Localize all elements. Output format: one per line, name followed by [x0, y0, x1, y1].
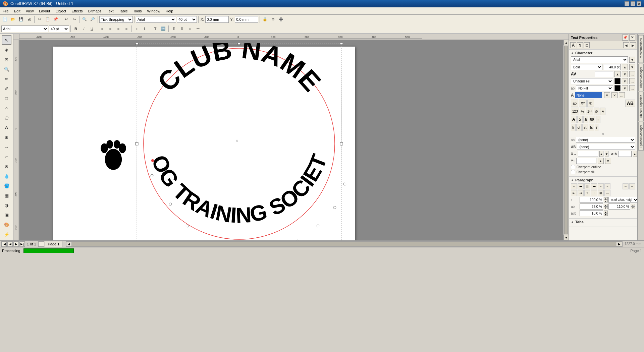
circle-text-button[interactable]: ○ [186, 25, 194, 33]
overprint-fill-check[interactable] [571, 170, 575, 174]
av-down[interactable]: ▼ [622, 71, 628, 77]
menu-layout[interactable]: Layout [36, 8, 53, 14]
typo-ab-btn[interactable]: ab [571, 100, 578, 107]
scroll-thumb-h[interactable] [72, 242, 616, 246]
align-none-btn[interactable]: ≡ [571, 183, 577, 189]
align-justify-btn[interactable]: ≡ [598, 183, 604, 189]
outline-color-swatch[interactable] [614, 85, 621, 91]
frame-icon-btn[interactable]: ⊡ [584, 42, 590, 48]
open-button[interactable]: 📂 [9, 16, 17, 23]
text-options-button[interactable]: 🔤 [160, 25, 167, 33]
menu-view[interactable]: View [23, 8, 37, 14]
smart-draw-tool[interactable]: ✐ [2, 84, 11, 93]
character-arrow[interactable]: ▲ [571, 51, 574, 55]
menu-effects[interactable]: Effects [69, 8, 85, 14]
menu-edit[interactable]: Edit [11, 8, 23, 14]
before-para-input[interactable] [580, 203, 603, 210]
text-frame-button[interactable]: T [152, 25, 159, 33]
tab-object-properties[interactable]: Object Properties [638, 92, 644, 121]
panel-font-style[interactable]: Bold [571, 64, 602, 70]
fill-tool[interactable]: 🪣 [2, 181, 11, 190]
typo-null-btn[interactable]: ∅ [594, 108, 599, 115]
scroll-up-button[interactable]: ▲ [564, 40, 569, 45]
blend-tool[interactable]: ⊗ [2, 162, 11, 171]
line-spacing-pct-up[interactable]: ▲ [631, 204, 635, 207]
snap-dropdown[interactable]: Tick Snapping [99, 16, 133, 23]
add-page-button[interactable]: + [38, 241, 44, 247]
page-tab-1[interactable]: Page 1 [45, 241, 63, 247]
outline-color-arrow[interactable]: ▼ [622, 85, 628, 91]
numbered-button[interactable]: 1. [141, 25, 149, 33]
uniform-fill-select[interactable]: Uniform Fill [571, 78, 613, 84]
scrollbar-vertical[interactable]: ▲ ▼ [563, 40, 569, 240]
panel-close-button[interactable]: ✕ [629, 35, 635, 41]
tab-transformations[interactable]: Transformations [638, 35, 644, 63]
collapse-panel-btn[interactable]: ◀ [623, 42, 629, 48]
x-pos-down[interactable]: ▼ [605, 151, 609, 157]
text-font-family[interactable]: Arial [1, 25, 48, 32]
av-up[interactable]: ▲ [614, 71, 621, 77]
ab-pos-input[interactable] [618, 151, 632, 157]
color-bg-tool[interactable]: 🎨 [2, 220, 11, 229]
canvas-wrapper[interactable]: -600 -500 -400 -300 -200 -100 0 100 200 … [13, 34, 569, 240]
connector-tool[interactable]: ⌐ [2, 152, 11, 161]
typo-fi-btn[interactable]: fi [571, 124, 576, 131]
menu-table[interactable]: Table [116, 8, 130, 14]
close-button[interactable]: ✕ [637, 1, 641, 6]
align-justify-button[interactable]: ≡ [123, 25, 130, 33]
space-after-btn[interactable]: ⊥ [591, 190, 597, 196]
ab-pos-up[interactable]: ▲ [633, 151, 637, 157]
typo-ct-btn[interactable]: ct [576, 124, 582, 131]
zoom-out-button[interactable]: 🔎 [89, 16, 96, 23]
italic-button[interactable]: I [80, 25, 88, 33]
typo-A-caps-btn[interactable]: A [571, 116, 577, 123]
line-spacing-pct-input[interactable] [608, 203, 630, 210]
print-button[interactable]: 🖨 [25, 16, 33, 23]
fill-options[interactable]: … [629, 78, 635, 84]
canvas-content[interactable]: CLUB NAME DOG TRAINING SOCIETY [19, 40, 569, 240]
text-font-size[interactable]: 40 pt [49, 25, 69, 32]
menu-file[interactable]: File [0, 8, 11, 14]
none-options[interactable]: … [619, 92, 625, 98]
indent-left-btn[interactable]: ⇤ [571, 190, 577, 196]
before-para-up[interactable]: ▲ [604, 204, 608, 207]
polygon-tool[interactable]: ⬠ [2, 113, 11, 122]
none-select-2[interactable]: (none) [577, 144, 635, 150]
font-family-dropdown[interactable]: Arial [136, 16, 176, 23]
save-button[interactable]: 💾 [17, 16, 25, 23]
menu-help[interactable]: Help [163, 8, 176, 14]
paragraph-arrow[interactable]: ▲ [571, 178, 574, 182]
typo-123-btn[interactable]: 123 [571, 108, 579, 115]
first-page-button[interactable]: |◀ [1, 241, 7, 247]
none-dropdown[interactable]: ▼ [604, 92, 610, 98]
line-spacing-down[interactable]: ▼ [604, 200, 608, 202]
typo-f-btn[interactable]: f [595, 124, 598, 131]
panel-font-size[interactable] [604, 64, 621, 70]
title-bar-right[interactable]: ─ □ ✕ [625, 1, 641, 6]
typo-1st-btn[interactable]: 1ˢᵗ [586, 108, 593, 115]
ltr-btn[interactable]: ↔ [629, 183, 635, 189]
transparency-tool[interactable]: ◑ [2, 200, 11, 210]
dropper-tool[interactable]: 💧 [2, 171, 11, 181]
new-button[interactable]: 📄 [1, 16, 9, 23]
tabs-arrow[interactable]: ▲ [571, 220, 574, 224]
export-button[interactable]: ⬇ [178, 25, 185, 33]
scroll-left-button[interactable]: ◀ [66, 241, 71, 247]
typo-89-btn[interactable]: 89 [589, 116, 595, 123]
table-tool[interactable]: ⊞ [2, 132, 11, 142]
space-before-btn[interactable]: ⊤ [584, 190, 590, 196]
typo-italic-a-btn[interactable]: a [583, 116, 588, 123]
y-input[interactable] [235, 16, 258, 23]
font-family-options[interactable]: ▼ [629, 57, 635, 63]
no-fill-select[interactable]: No Fill [576, 85, 613, 91]
av-options[interactable]: … [629, 71, 635, 77]
last-page-button[interactable]: ▶| [19, 241, 25, 247]
typo-fs-btn[interactable]: fs [589, 124, 594, 131]
typo-st-btn[interactable]: st [582, 124, 588, 131]
typo-wave2-btn[interactable]: ≈ [596, 116, 601, 123]
typo-S-alt-btn[interactable]: S [577, 116, 583, 123]
panel-font-family[interactable]: Arial [571, 56, 628, 63]
font-size-down[interactable]: ▼ [629, 64, 635, 70]
paste-button[interactable]: 📌 [52, 16, 59, 23]
y-pos-input[interactable] [576, 158, 596, 164]
